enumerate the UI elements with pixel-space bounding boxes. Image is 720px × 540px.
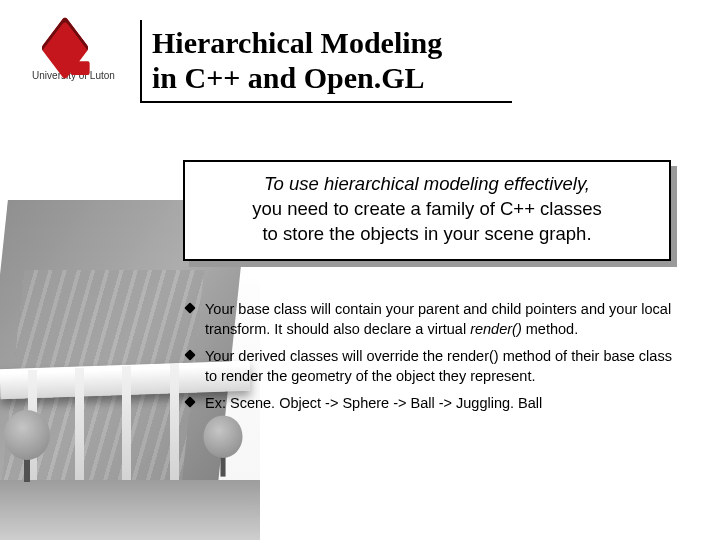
bullet-text-post: method.	[522, 321, 578, 337]
logo-mark	[39, 28, 109, 68]
university-logo: University of Luton	[16, 28, 131, 81]
list-item: Your base class will contain your parent…	[183, 300, 678, 339]
title-line-2: in C++ and Open.GL	[152, 61, 425, 94]
bullet-text: Your base class will contain your parent…	[205, 301, 671, 337]
slide-title: Hierarchical Modeling in C++ and Open.GL	[152, 26, 512, 95]
callout-box: To use hierarchical modeling effectively…	[183, 160, 671, 261]
bullet-em: render()	[470, 321, 522, 337]
title-line-1: Hierarchical Modeling	[152, 26, 442, 59]
list-item: Ex: Scene. Object -> Sphere -> Ball -> J…	[183, 394, 678, 414]
bullet-text: Your derived classes will override the r…	[205, 348, 672, 384]
slide-title-block: Hierarchical Modeling in C++ and Open.GL	[140, 20, 512, 103]
bullet-list: Your base class will contain your parent…	[183, 300, 678, 422]
callout-line-3: to store the objects in your scene graph…	[262, 223, 591, 244]
list-item: Your derived classes will override the r…	[183, 347, 678, 386]
bullet-text: Ex: Scene. Object -> Sphere -> Ball -> J…	[205, 395, 542, 411]
callout-line-2: you need to create a family of C++ class…	[252, 198, 602, 219]
callout-line-1: To use hierarchical modeling effectively…	[264, 173, 590, 194]
